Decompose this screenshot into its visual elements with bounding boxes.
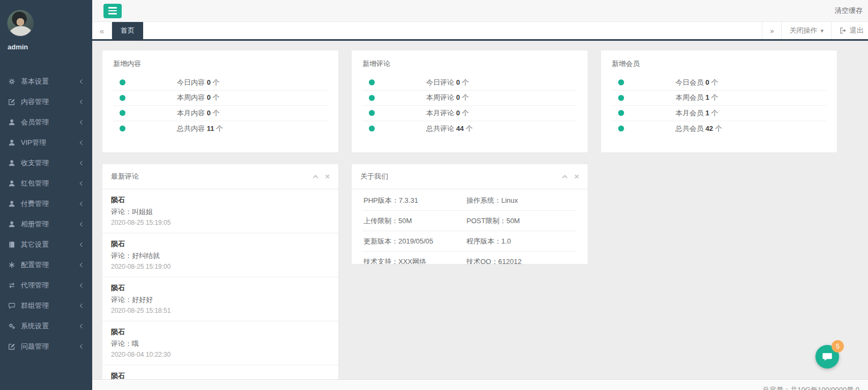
stat-cards-row: 新增内容 今日内容 0 个 本周内容 0 个 本月内容 0 个 xyxy=(102,50,858,153)
stat-row: 本周会员 1 个 xyxy=(612,91,826,106)
comment-icon xyxy=(8,302,16,310)
gear-icon xyxy=(8,78,16,85)
chevron-left-icon xyxy=(80,161,84,165)
comment-author: 陨石 xyxy=(111,195,330,205)
about-label: 操作系统： xyxy=(466,196,501,204)
sidebar-item-other-settings[interactable]: 其它设置 xyxy=(0,234,92,255)
stat-value: 0 xyxy=(706,78,709,86)
stat-label: 今日内容 xyxy=(177,78,205,86)
exchange-icon xyxy=(8,282,16,289)
clear-cache-button[interactable]: 清空缓存 xyxy=(834,4,864,18)
sidebar-item-config-management[interactable]: 配置管理 xyxy=(0,255,92,275)
chevron-left-icon xyxy=(80,141,84,145)
stat-label: 总共评论 xyxy=(426,124,454,133)
sidebar-item-system-settings[interactable]: 系统设置 xyxy=(0,316,92,336)
sidebar-item-label: 内容管理 xyxy=(21,97,80,107)
green-dot-icon xyxy=(369,79,375,85)
green-dot-icon xyxy=(120,110,125,116)
scroll-tabs-left-button[interactable]: « xyxy=(92,22,112,39)
sidebar-item-member-management[interactable]: 会员管理 xyxy=(0,112,92,133)
avatar[interactable] xyxy=(7,10,34,36)
tab-home[interactable]: 首页 xyxy=(112,22,143,39)
green-dot-icon xyxy=(369,110,375,116)
sidebar-item-label: 收支管理 xyxy=(21,158,80,168)
about-value: 1.0 xyxy=(501,237,511,245)
sidebar-item-paid-management[interactable]: 付费管理 xyxy=(0,194,92,214)
close-operations-button[interactable]: 关闭操作 ▾ xyxy=(781,22,831,39)
stat-value: 1 xyxy=(706,93,709,101)
green-dot-icon xyxy=(120,126,125,131)
profile-section: admin xyxy=(0,10,92,51)
page-footer: 总容量：共10G每100/0000量 0 xyxy=(92,379,868,390)
about-label: 程序版本： xyxy=(466,237,501,245)
about-us-card: 关于我们 × PHP版本：7.3.31 操作系统：Linux 上传限制：50M … xyxy=(351,164,588,264)
about-value: 7.3.31 xyxy=(399,196,418,204)
stat-label: 本周评论 xyxy=(426,93,454,101)
stat-value: 0 xyxy=(456,78,460,86)
sidebar-item-album-management[interactable]: 相册管理 xyxy=(0,214,92,234)
green-dot-icon xyxy=(618,126,624,131)
stat-row: 总共会员 42 个 xyxy=(612,121,826,137)
scroll-tabs-right-button[interactable]: » xyxy=(762,22,781,39)
card-title: 最新评论 xyxy=(111,172,139,181)
about-entry: 程序版本：1.0 xyxy=(465,231,577,252)
comment-date: 2020-08-25 15:18:51 xyxy=(111,307,330,314)
chevron-left-icon xyxy=(80,304,84,308)
main-content: 新增内容 今日内容 0 个 本周内容 0 个 本月内容 0 个 xyxy=(92,41,868,390)
collapse-card-icon[interactable] xyxy=(313,174,318,180)
about-value: XXX网络 xyxy=(398,257,426,264)
latest-comments-card: 最新评论 × 陨石 评论：叫姐姐 2020-08-25 15:19:05 陨石 … xyxy=(102,164,339,390)
footer-stats: 总容量：共10G每100/0000量 0 xyxy=(762,385,859,390)
sidebar-item-basic-settings[interactable]: 基本设置 xyxy=(0,71,92,92)
card-title: 新增会员 xyxy=(601,50,837,75)
comment-text: 评论：好纠结就 xyxy=(111,251,330,261)
stat-label: 本周内容 xyxy=(177,93,205,101)
stat-unit: 个 xyxy=(711,78,718,86)
main-area: 清空缓存 « 首页 » 关闭操作 ▾ 退出 xyxy=(92,0,868,390)
logout-label: 退出 xyxy=(850,26,864,35)
stat-value: 11 xyxy=(207,124,214,133)
sidebar-item-label: 付费管理 xyxy=(21,199,80,209)
stat-value: 44 xyxy=(456,124,464,133)
chevron-left-icon xyxy=(80,222,84,226)
collapse-card-icon[interactable] xyxy=(562,174,568,180)
sidebar-item-finance-management[interactable]: 收支管理 xyxy=(0,153,92,173)
close-operations-label: 关闭操作 xyxy=(789,26,817,35)
stat-label: 本月评论 xyxy=(426,109,454,117)
menu-toggle-button[interactable] xyxy=(103,4,122,18)
sidebar-item-content-management[interactable]: 内容管理 xyxy=(0,92,92,112)
stat-unit: 个 xyxy=(462,93,469,101)
sidebar-item-vip-management[interactable]: VIP管理 xyxy=(0,133,92,153)
close-card-icon[interactable]: × xyxy=(325,174,330,179)
sidebar-item-group-management[interactable]: 群组管理 xyxy=(0,296,92,316)
about-entry: PHP版本：7.3.31 xyxy=(362,190,465,211)
logout-button[interactable]: 退出 xyxy=(831,22,868,39)
about-label: 技术QQ： xyxy=(466,257,498,264)
user-icon xyxy=(8,139,16,146)
sidebar-item-agent-management[interactable]: 代理管理 xyxy=(0,275,92,296)
about-value: 612012 xyxy=(498,257,521,264)
stat-unit: 个 xyxy=(462,78,469,86)
stat-unit: 个 xyxy=(715,124,722,133)
stat-row: 本周内容 0 个 xyxy=(113,91,328,106)
chevron-left-icon xyxy=(80,181,84,186)
stat-label: 总共会员 xyxy=(676,124,703,133)
about-value: 50M xyxy=(506,217,520,225)
stat-label: 总共内容 xyxy=(177,124,205,133)
green-dot-icon xyxy=(120,79,125,85)
stat-row: 今日会员 0 个 xyxy=(612,75,826,91)
chat-bubble-icon xyxy=(821,351,833,363)
card-title: 关于我们 xyxy=(360,172,388,181)
double-chevron-right-icon: » xyxy=(770,27,774,35)
chevron-left-icon xyxy=(80,242,84,247)
chat-button[interactable]: 5 xyxy=(815,345,839,369)
sidebar-item-question-management[interactable]: 问题管理 xyxy=(0,336,92,357)
sidebar-item-label: 系统设置 xyxy=(21,321,80,331)
stat-card-new-members: 新增会员 今日会员 0 个 本周会员 1 个 本月会员 1 个 xyxy=(600,50,837,153)
comment-item: 陨石 评论：叫姐姐 2020-08-25 15:19:05 xyxy=(102,189,338,233)
comment-date: 2020-08-04 10:22:30 xyxy=(111,351,330,358)
close-card-icon[interactable]: × xyxy=(574,174,579,179)
about-label: 技术支持： xyxy=(363,257,398,264)
tab-label: 首页 xyxy=(121,26,135,35)
sidebar-item-redpacket-management[interactable]: 红包管理 xyxy=(0,173,92,194)
